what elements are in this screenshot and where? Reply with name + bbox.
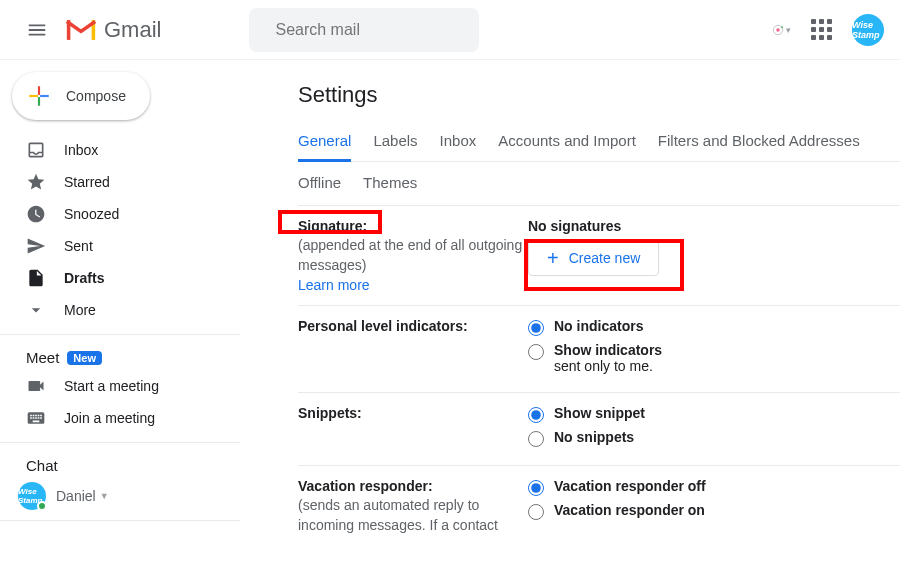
svg-rect-3 bbox=[38, 86, 40, 95]
clock-icon bbox=[26, 204, 46, 224]
nav-label: Snoozed bbox=[64, 206, 119, 222]
keyboard-icon bbox=[26, 408, 46, 428]
video-icon bbox=[26, 376, 46, 396]
nav-label: Start a meeting bbox=[64, 378, 159, 394]
setting-personal-indicators: Personal level indicators: No indicators… bbox=[298, 306, 900, 393]
nav-inbox[interactable]: Inbox bbox=[0, 134, 246, 166]
header-bar: Gmail ▾ Wise Stamp bbox=[0, 0, 900, 60]
divider bbox=[0, 520, 240, 521]
tab-inbox[interactable]: Inbox bbox=[440, 124, 477, 161]
learn-more-link[interactable]: Learn more bbox=[298, 277, 370, 293]
vacation-sub: (sends an automated reply to incoming me… bbox=[298, 496, 528, 535]
signature-sub: (appended at the end of all outgoing mes… bbox=[298, 236, 528, 275]
radio-label[interactable]: Show indicators bbox=[554, 342, 662, 358]
settings-main: Settings General Labels Inbox Accounts a… bbox=[256, 60, 900, 572]
online-indicator bbox=[37, 501, 47, 511]
settings-tabs-row2: Offline Themes bbox=[298, 162, 900, 206]
radio-label[interactable]: Show snippet bbox=[554, 405, 645, 421]
tab-general[interactable]: General bbox=[298, 124, 351, 162]
tab-filters[interactable]: Filters and Blocked Addresses bbox=[658, 124, 860, 161]
start-meeting[interactable]: Start a meeting bbox=[0, 370, 246, 402]
annotation-highlight-signature-label bbox=[278, 210, 382, 234]
nav-snoozed[interactable]: Snoozed bbox=[0, 198, 246, 230]
gmail-logo[interactable] bbox=[64, 17, 98, 43]
chat-avatar: Wise Stamp bbox=[18, 482, 46, 510]
indicators-label: Personal level indicators: bbox=[298, 318, 528, 334]
radio-label[interactable]: No snippets bbox=[554, 429, 634, 445]
radio-label[interactable]: No indicators bbox=[554, 318, 643, 334]
chat-section-title: Chat bbox=[0, 451, 256, 478]
divider bbox=[0, 442, 240, 443]
sidebar: Compose Inbox Starred Snoozed Sent Draft… bbox=[0, 60, 256, 572]
chat-user-name: Daniel bbox=[56, 488, 96, 504]
chevron-down-icon[interactable]: ▼ bbox=[100, 491, 109, 501]
tab-themes[interactable]: Themes bbox=[363, 174, 417, 191]
radio-no-indicators[interactable] bbox=[528, 320, 544, 336]
page-title: Settings bbox=[298, 82, 900, 108]
account-avatar[interactable]: Wise Stamp bbox=[852, 14, 884, 46]
nav-label: Starred bbox=[64, 174, 110, 190]
google-apps-icon[interactable] bbox=[805, 13, 838, 46]
settings-tabs: General Labels Inbox Accounts and Import… bbox=[298, 124, 900, 162]
nav-label: Inbox bbox=[64, 142, 98, 158]
nav-more[interactable]: More bbox=[0, 294, 246, 326]
radio-no-snippets[interactable] bbox=[528, 431, 544, 447]
nav-label: More bbox=[64, 302, 96, 318]
svg-point-1 bbox=[776, 28, 780, 32]
snippets-label: Snippets: bbox=[298, 405, 528, 421]
tab-offline[interactable]: Offline bbox=[298, 174, 341, 191]
svg-point-2 bbox=[781, 26, 783, 28]
new-badge: New bbox=[67, 351, 102, 365]
nav-starred[interactable]: Starred bbox=[0, 166, 246, 198]
divider bbox=[0, 334, 240, 335]
svg-rect-6 bbox=[40, 95, 49, 97]
radio-show-indicators[interactable] bbox=[528, 344, 544, 360]
drafts-icon bbox=[26, 268, 46, 288]
support-icon[interactable]: ▾ bbox=[771, 20, 791, 40]
svg-rect-4 bbox=[38, 97, 40, 106]
chevron-down-icon bbox=[26, 300, 46, 320]
setting-vacation: Vacation responder: (sends an automated … bbox=[298, 466, 900, 547]
compose-label: Compose bbox=[66, 88, 126, 104]
radio-sublabel: sent only to me. bbox=[554, 358, 662, 374]
hamburger-menu-icon[interactable] bbox=[16, 9, 58, 51]
search-input[interactable] bbox=[275, 21, 475, 39]
nav-label: Join a meeting bbox=[64, 410, 155, 426]
annotation-highlight-create-new bbox=[524, 239, 684, 291]
tab-labels[interactable]: Labels bbox=[373, 124, 417, 161]
radio-label[interactable]: Vacation responder off bbox=[554, 478, 706, 494]
nav-drafts[interactable]: Drafts bbox=[0, 262, 246, 294]
search-box[interactable] bbox=[249, 8, 479, 52]
chat-user[interactable]: Wise Stamp Daniel ▼ bbox=[0, 478, 256, 514]
nav-label: Drafts bbox=[64, 270, 104, 286]
nav-label: Sent bbox=[64, 238, 93, 254]
radio-label[interactable]: Vacation responder on bbox=[554, 502, 705, 518]
inbox-icon bbox=[26, 140, 46, 160]
radio-show-snippet[interactable] bbox=[528, 407, 544, 423]
meet-section-title: Meet New bbox=[0, 343, 256, 370]
compose-button[interactable]: Compose bbox=[12, 72, 150, 120]
tab-accounts[interactable]: Accounts and Import bbox=[498, 124, 636, 161]
setting-snippets: Snippets: Show snippet No snippets bbox=[298, 393, 900, 466]
radio-vacation-off[interactable] bbox=[528, 480, 544, 496]
radio-vacation-on[interactable] bbox=[528, 504, 544, 520]
no-signatures-text: No signatures bbox=[528, 218, 900, 234]
star-icon bbox=[26, 172, 46, 192]
nav-sent[interactable]: Sent bbox=[0, 230, 246, 262]
product-name: Gmail bbox=[104, 17, 161, 43]
vacation-label: Vacation responder: bbox=[298, 478, 528, 494]
join-meeting[interactable]: Join a meeting bbox=[0, 402, 246, 434]
sent-icon bbox=[26, 236, 46, 256]
svg-rect-5 bbox=[29, 95, 38, 97]
